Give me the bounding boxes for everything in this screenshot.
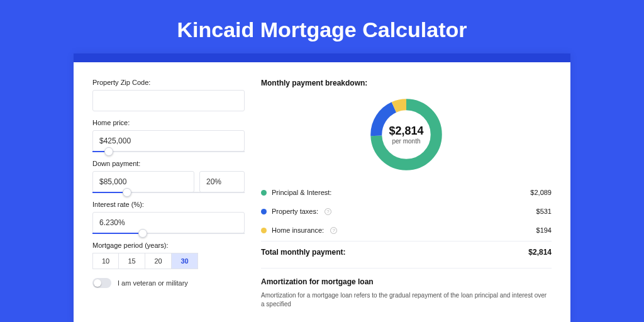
legend-value: $531 <box>536 208 552 215</box>
total-label: Total monthly payment: <box>261 248 345 257</box>
period-field: Mortgage period (years): 10152030 <box>92 242 245 269</box>
info-icon[interactable]: ? <box>325 208 331 215</box>
period-option-20[interactable]: 20 <box>145 253 172 269</box>
zip-label: Property Zip Code: <box>92 79 245 86</box>
zip-input[interactable] <box>92 90 245 111</box>
veteran-toggle[interactable] <box>92 278 111 288</box>
breakdown-panel: Monthly payment breakdown: $2,814 per mo… <box>261 79 552 309</box>
legend-dot-icon <box>261 209 267 214</box>
donut-amount: $2,814 <box>389 125 423 138</box>
donut-sub: per month <box>392 138 420 145</box>
legend-row: Principal & Interest:$2,089 <box>261 183 552 202</box>
breakdown-title: Monthly payment breakdown: <box>261 79 552 87</box>
legend-value: $2,089 <box>530 189 552 196</box>
period-option-15[interactable]: 15 <box>119 253 145 269</box>
form-panel: Property Zip Code: Home price: Down paym… <box>92 79 245 309</box>
total-value: $2,814 <box>528 248 552 257</box>
legend-label: Home insurance: <box>272 226 324 234</box>
down-field: Down payment: <box>92 160 245 193</box>
period-option-10[interactable]: 10 <box>92 253 119 269</box>
breakdown-donut: $2,814 per month <box>367 95 446 174</box>
amort-title: Amortization for mortgage loan <box>261 277 552 286</box>
page-title: Kincaid Mortgage Calculator <box>0 0 644 53</box>
veteran-label: I am veteran or military <box>118 279 188 287</box>
down-pct-input[interactable] <box>199 171 245 192</box>
rate-input[interactable] <box>92 212 245 233</box>
legend: Principal & Interest:$2,089Property taxe… <box>261 183 552 240</box>
price-field: Home price: <box>92 119 245 152</box>
price-input[interactable] <box>92 130 245 152</box>
legend-dot-icon <box>261 190 267 196</box>
legend-dot-icon <box>261 228 267 233</box>
period-label: Mortgage period (years): <box>92 242 245 249</box>
period-option-30[interactable]: 30 <box>172 253 198 269</box>
legend-label: Principal & Interest: <box>272 189 331 196</box>
legend-row: Property taxes:?$531 <box>261 202 552 221</box>
rate-label: Interest rate (%): <box>92 201 245 208</box>
calculator-card: Property Zip Code: Home price: Down paym… <box>74 53 570 322</box>
down-label: Down payment: <box>92 160 245 167</box>
down-slider[interactable] <box>92 192 245 193</box>
zip-field: Property Zip Code: <box>92 79 245 111</box>
info-icon[interactable]: ? <box>330 227 337 234</box>
rate-slider[interactable] <box>92 233 245 234</box>
legend-label: Property taxes: <box>272 208 318 215</box>
down-amount-input[interactable] <box>92 171 194 192</box>
total-row: Total monthly payment: $2,814 <box>261 241 552 264</box>
period-options: 10152030 <box>92 253 245 269</box>
legend-value: $194 <box>536 226 552 234</box>
price-slider[interactable] <box>92 151 245 152</box>
legend-row: Home insurance:?$194 <box>261 221 552 240</box>
rate-field: Interest rate (%): <box>92 201 245 234</box>
veteran-row: I am veteran or military <box>92 278 245 288</box>
price-label: Home price: <box>92 119 245 126</box>
amort-body: Amortization for a mortgage loan refers … <box>261 291 552 309</box>
amortization-section: Amortization for mortgage loan Amortizat… <box>261 268 552 309</box>
